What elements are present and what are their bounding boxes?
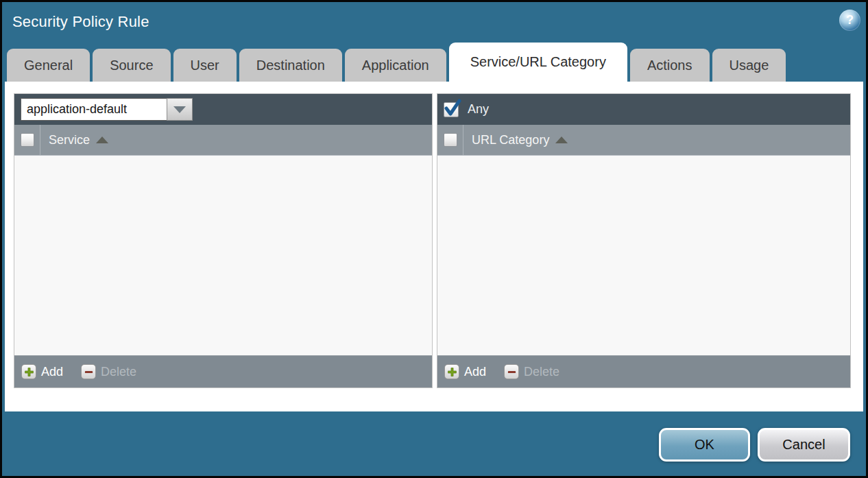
url-category-any-bar: Any: [437, 94, 850, 125]
checkmark-icon: [443, 98, 462, 117]
url-category-column-header: URL Category: [437, 125, 850, 156]
any-checkbox[interactable]: [444, 102, 459, 117]
service-delete-label: Delete: [101, 365, 136, 379]
url-category-column-label[interactable]: URL Category: [472, 133, 549, 147]
service-select-bar: application-default: [14, 94, 432, 125]
service-select-all-checkbox[interactable]: [21, 133, 34, 147]
tab-destination[interactable]: Destination: [239, 49, 342, 82]
tab-service-url-category[interactable]: Service/URL Category: [449, 43, 627, 82]
service-select-all-cell: [14, 125, 40, 155]
service-delete-button[interactable]: Delete: [81, 364, 136, 379]
url-category-select-all-checkbox[interactable]: [444, 133, 457, 147]
dialog-title: Security Policy Rule: [12, 13, 149, 31]
url-category-delete-button[interactable]: Delete: [504, 364, 559, 379]
tab-user[interactable]: User: [173, 49, 237, 82]
service-panel: application-default Service: [14, 93, 433, 388]
plus-icon: [444, 364, 459, 379]
tab-general[interactable]: General: [7, 49, 90, 82]
service-type-dropdown[interactable]: application-default: [21, 98, 193, 121]
help-icon-glyph: ?: [846, 13, 854, 27]
tab-content-area: application-default Service: [5, 82, 863, 411]
tab-usage[interactable]: Usage: [712, 49, 786, 82]
tab-actions[interactable]: Actions: [630, 49, 710, 82]
tab-bar: General Source User Destination Applicat…: [7, 43, 786, 82]
url-category-toolbar: Add Delete: [437, 355, 850, 387]
chevron-down-icon: [173, 106, 186, 113]
sort-ascending-icon[interactable]: [555, 136, 568, 143]
minus-icon: [504, 364, 519, 379]
tab-application[interactable]: Application: [345, 49, 446, 82]
url-category-panel: Any URL Category Add: [437, 93, 851, 388]
plus-icon: [21, 364, 36, 379]
cancel-button[interactable]: Cancel: [758, 428, 850, 462]
ok-button[interactable]: OK: [659, 428, 750, 462]
service-toolbar: Add Delete: [14, 355, 432, 387]
url-category-select-all-cell: [437, 125, 463, 155]
help-icon[interactable]: ?: [839, 10, 860, 31]
service-list: [14, 156, 432, 355]
service-type-dropdown-value[interactable]: application-default: [21, 98, 167, 121]
service-column-label[interactable]: Service: [49, 133, 90, 147]
service-type-dropdown-button[interactable]: [167, 98, 193, 121]
service-add-button[interactable]: Add: [21, 364, 63, 379]
url-category-add-button[interactable]: Add: [444, 364, 486, 379]
url-category-add-label: Add: [464, 365, 486, 379]
tab-source[interactable]: Source: [93, 49, 170, 82]
url-category-list: [437, 156, 850, 355]
security-policy-rule-dialog: Security Policy Rule ? General Source Us…: [0, 0, 868, 478]
service-add-label: Add: [41, 365, 63, 379]
sort-ascending-icon[interactable]: [96, 136, 108, 143]
minus-icon: [81, 364, 96, 379]
url-category-delete-label: Delete: [524, 365, 559, 379]
service-column-header: Service: [14, 125, 432, 156]
any-checkbox-label[interactable]: Any: [468, 102, 489, 117]
